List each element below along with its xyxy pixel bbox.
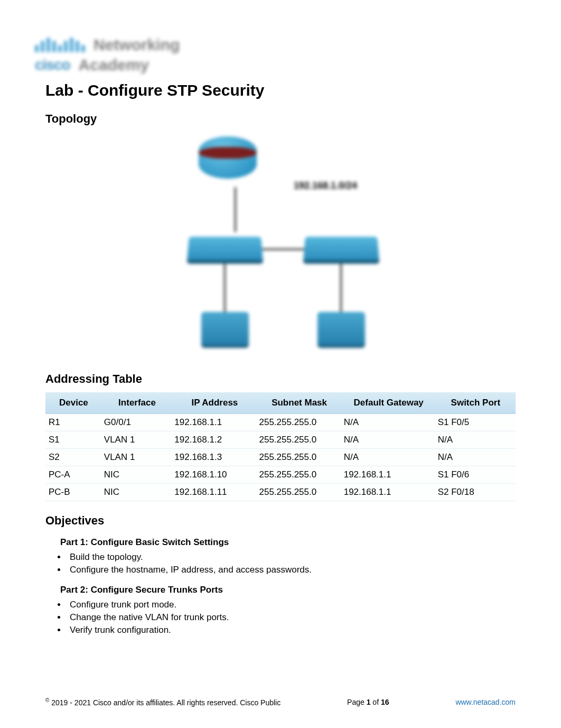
header-gateway: Default Gateway — [342, 392, 436, 414]
section-addressing-heading: Addressing Table — [45, 372, 516, 386]
logo-cisco-text: cisco — [35, 57, 70, 73]
document-page: Networking cisco Academy Lab - Configure… — [0, 0, 561, 728]
cell-mask: 255.255.255.0 — [257, 484, 341, 501]
header-port: Switch Port — [436, 392, 516, 414]
cell-port: N/A — [436, 431, 516, 449]
list-item: Configure the hostname, IP address, and … — [67, 565, 516, 575]
table-row: S2 VLAN 1 192.168.1.3 255.255.255.0 N/A … — [45, 449, 516, 466]
cisco-logo: Networking cisco Academy — [35, 36, 516, 74]
cell-ip: 192.168.1.2 — [172, 431, 257, 449]
list-item: Change the native VLAN for trunk ports. — [67, 612, 516, 623]
cell-interface: G0/0/1 — [102, 414, 173, 431]
footer-link[interactable]: www.netacad.com — [455, 698, 516, 706]
footer-copyright-text: 2019 - 2021 Cisco and/or its affiliates.… — [51, 698, 280, 707]
cisco-bars-icon — [35, 38, 85, 52]
copyright-icon: © — [45, 697, 49, 703]
pc-icon — [315, 312, 368, 354]
cell-ip: 192.168.1.1 — [172, 414, 257, 431]
cell-port: N/A — [436, 449, 516, 466]
cable-icon — [340, 262, 342, 315]
header-interface: Interface — [102, 392, 173, 414]
cell-mask: 255.255.255.0 — [257, 414, 341, 431]
table-row: S1 VLAN 1 192.168.1.2 255.255.255.0 N/A … — [45, 431, 516, 449]
cell-device: PC-A — [45, 466, 102, 484]
cell-port: S1 F0/5 — [436, 414, 516, 431]
cell-interface: NIC — [102, 484, 173, 501]
cell-ip: 192.168.1.10 — [172, 466, 257, 484]
cell-ip: 192.168.1.11 — [172, 484, 257, 501]
router-icon — [199, 132, 257, 183]
list-item: Verify trunk configuration. — [67, 625, 516, 635]
list-item: Build the topology. — [67, 552, 516, 563]
header-device: Device — [45, 392, 102, 414]
section-topology-heading: Topology — [45, 112, 516, 126]
header-mask: Subnet Mask — [257, 392, 341, 414]
header-ip: IP Address — [172, 392, 257, 414]
page-title: Lab - Configure STP Security — [45, 81, 516, 99]
footer-page-total: 16 — [381, 698, 389, 706]
cell-port: S2 F0/18 — [436, 484, 516, 501]
footer-page-of: of — [372, 698, 379, 706]
cell-mask: 255.255.255.0 — [257, 449, 341, 466]
footer-page-current: 1 — [367, 698, 371, 706]
cell-device: PC-B — [45, 484, 102, 501]
cell-mask: 255.255.255.0 — [257, 431, 341, 449]
logo-academy-text: Academy — [79, 56, 149, 74]
network-label: 192.168.1.0/24 — [294, 180, 357, 191]
cell-port: S1 F0/6 — [436, 466, 516, 484]
switch-icon — [187, 237, 263, 260]
list-item: Configure trunk port mode. — [67, 600, 516, 610]
topology-diagram: 192.168.1.0/24 — [167, 132, 394, 360]
table-row: PC-B NIC 192.168.1.11 255.255.255.0 192.… — [45, 484, 516, 501]
cell-gw: N/A — [342, 449, 436, 466]
cell-interface: VLAN 1 — [102, 449, 173, 466]
footer-page-info: Page 1 of 16 — [347, 698, 389, 706]
table-row: R1 G0/0/1 192.168.1.1 255.255.255.0 N/A … — [45, 414, 516, 431]
objectives-part2-title: Part 2: Configure Secure Trunks Ports — [60, 585, 516, 595]
cell-device: S2 — [45, 449, 102, 466]
cable-icon — [224, 262, 226, 315]
pc-icon — [199, 312, 251, 354]
logo-networking-text: Networking — [94, 36, 180, 54]
objectives-part2-list: Configure trunk port mode. Change the na… — [67, 600, 516, 635]
cell-gw: N/A — [342, 431, 436, 449]
footer-page-label: Page — [347, 698, 364, 706]
cell-ip: 192.168.1.3 — [172, 449, 257, 466]
table-row: PC-A NIC 192.168.1.10 255.255.255.0 192.… — [45, 466, 516, 484]
cell-device: R1 — [45, 414, 102, 431]
objectives-part1-title: Part 1: Configure Basic Switch Settings — [60, 537, 516, 548]
page-footer: © 2019 - 2021 Cisco and/or its affiliate… — [45, 697, 516, 707]
cell-device: S1 — [45, 431, 102, 449]
cell-interface: VLAN 1 — [102, 431, 173, 449]
cell-mask: 255.255.255.0 — [257, 466, 341, 484]
cell-gw: 192.168.1.1 — [342, 466, 436, 484]
section-objectives-heading: Objectives — [45, 514, 516, 528]
cell-interface: NIC — [102, 466, 173, 484]
table-header-row: Device Interface IP Address Subnet Mask … — [45, 392, 516, 414]
addressing-table: Device Interface IP Address Subnet Mask … — [45, 392, 516, 501]
cell-gw: N/A — [342, 414, 436, 431]
objectives-part1-list: Build the topology. Configure the hostna… — [67, 552, 516, 575]
footer-copyright: © 2019 - 2021 Cisco and/or its affiliate… — [45, 697, 280, 707]
cell-gw: 192.168.1.1 — [342, 484, 436, 501]
cable-icon — [235, 187, 236, 232]
switch-icon — [303, 237, 379, 260]
